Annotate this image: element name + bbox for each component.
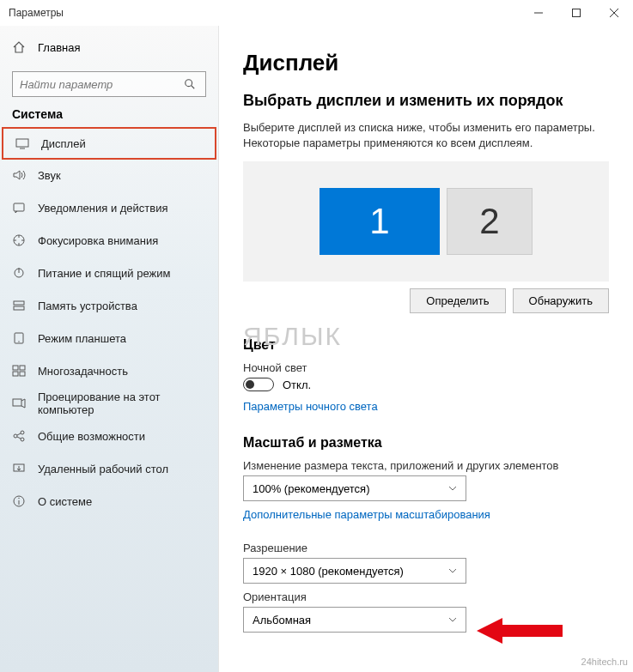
sidebar-item-tablet[interactable]: Режим планшета: [0, 322, 218, 354]
sidebar-item-label: Проецирование на этот компьютер: [38, 390, 206, 416]
scale-label: Изменение размера текста, приложений и д…: [243, 459, 609, 472]
scale-value: 100% (рекомендуется): [253, 482, 448, 495]
svg-rect-8: [14, 203, 24, 211]
svg-rect-16: [20, 366, 25, 370]
orientation-dropdown[interactable]: Альбомная: [243, 607, 466, 633]
sidebar-item-label: Уведомления и действия: [38, 202, 168, 215]
sidebar-item-about[interactable]: О системе: [0, 485, 218, 518]
svg-rect-1: [573, 9, 581, 17]
close-button[interactable]: [595, 0, 633, 26]
sidebar-item-shared[interactable]: Общие возможности: [0, 420, 218, 452]
sidebar-item-label: Режим планшета: [38, 332, 126, 345]
sidebar-item-storage[interactable]: Память устройства: [0, 289, 218, 322]
chevron-down-icon: [448, 565, 457, 578]
svg-point-14: [18, 341, 19, 342]
svg-rect-18: [20, 372, 25, 376]
sidebar-item-power[interactable]: Питание и спящий режим: [0, 257, 218, 289]
sidebar-item-notifications[interactable]: Уведомления и действия: [0, 191, 218, 224]
multitask-icon: [12, 364, 26, 378]
svg-point-21: [21, 431, 24, 434]
sidebar-item-focus[interactable]: Фокусировка внимания: [0, 224, 218, 257]
advanced-scaling-link[interactable]: Дополнительные параметры масштабирования: [243, 508, 490, 521]
home-label: Главная: [38, 41, 80, 54]
sidebar-item-label: Удаленный рабочий стол: [38, 463, 168, 475]
svg-rect-12: [14, 306, 24, 310]
chevron-down-icon: [448, 482, 457, 495]
svg-point-28: [18, 498, 19, 499]
scale-dropdown[interactable]: 100% (рекомендуется): [243, 475, 466, 501]
resolution-dropdown[interactable]: 1920 × 1080 (рекомендуется): [243, 558, 466, 584]
sidebar-item-label: Общие возможности: [38, 430, 145, 443]
sidebar-item-sound[interactable]: Звук: [0, 159, 218, 191]
svg-rect-11: [14, 301, 24, 305]
monitor-1[interactable]: 1: [320, 188, 440, 255]
display-arrangement[interactable]: 1 2: [243, 161, 609, 282]
footer-watermark: 24hitech.ru: [581, 657, 628, 667]
svg-point-4: [186, 80, 192, 87]
svg-line-23: [17, 433, 21, 435]
svg-rect-6: [16, 139, 28, 147]
sidebar-item-projection[interactable]: Проецирование на этот компьютер: [0, 387, 218, 420]
category-label: Система: [0, 107, 218, 128]
orientation-label: Ориентация: [243, 590, 609, 603]
sidebar-item-label: Дисплей: [41, 137, 86, 150]
resolution-value: 1920 × 1080 (рекомендуется): [253, 565, 448, 578]
display-icon: [15, 136, 29, 150]
maximize-button[interactable]: [557, 0, 595, 26]
toggle-state-label: Откл.: [283, 378, 311, 391]
svg-point-20: [14, 434, 17, 438]
svg-rect-17: [13, 372, 18, 376]
search-icon: [181, 76, 198, 93]
chevron-down-icon: [448, 614, 457, 627]
sidebar-item-label: Звук: [38, 169, 61, 182]
night-light-settings-link[interactable]: Параметры ночного света: [243, 400, 378, 413]
monitor-2[interactable]: 2: [447, 188, 533, 255]
svg-rect-19: [13, 399, 21, 406]
about-icon: [12, 494, 26, 508]
tablet-icon: [12, 331, 26, 345]
arrange-description: Выберите дисплей из списка ниже, чтобы и…: [243, 120, 609, 151]
sidebar-item-display[interactable]: Дисплей: [2, 127, 216, 160]
sound-icon: [12, 168, 26, 182]
sidebar-item-label: Питание и спящий режим: [38, 267, 170, 280]
night-light-toggle[interactable]: [243, 378, 274, 391]
page-title: Дисплей: [243, 50, 609, 76]
sidebar-item-remote[interactable]: Удаленный рабочий стол: [0, 452, 218, 485]
focus-icon: [12, 233, 26, 247]
power-icon: [12, 266, 26, 280]
minimize-button[interactable]: [520, 0, 557, 26]
svg-rect-15: [13, 366, 18, 370]
svg-point-22: [21, 438, 24, 441]
sidebar-item-label: О системе: [38, 495, 92, 508]
home-button[interactable]: Главная: [0, 30, 218, 64]
scale-heading: Масштаб и разметка: [243, 435, 609, 451]
arrange-heading: Выбрать дисплеи и изменить их порядок: [243, 92, 609, 110]
color-heading: Цвет: [243, 337, 609, 353]
shared-icon: [12, 429, 26, 443]
search-input-wrap[interactable]: [12, 71, 206, 97]
sidebar-item-label: Многозадачность: [38, 365, 128, 378]
projection-icon: [12, 397, 26, 410]
svg-line-5: [192, 86, 195, 89]
sidebar-item-label: Память устройства: [38, 300, 137, 312]
storage-icon: [12, 299, 26, 312]
sidebar-item-label: Фокусировка внимания: [38, 234, 158, 247]
night-light-label: Ночной свет: [243, 361, 609, 374]
orientation-value: Альбомная: [253, 614, 448, 627]
sidebar-item-multitask[interactable]: Многозадачность: [0, 354, 218, 387]
identify-button[interactable]: Определить: [410, 288, 505, 313]
detect-button[interactable]: Обнаружить: [513, 288, 609, 313]
notifications-icon: [12, 201, 26, 215]
remote-icon: [12, 462, 26, 475]
window-title: Параметры: [9, 7, 64, 19]
home-icon: [12, 40, 26, 54]
svg-line-24: [17, 437, 21, 439]
resolution-label: Разрешение: [243, 542, 609, 554]
search-input[interactable]: [20, 78, 181, 91]
